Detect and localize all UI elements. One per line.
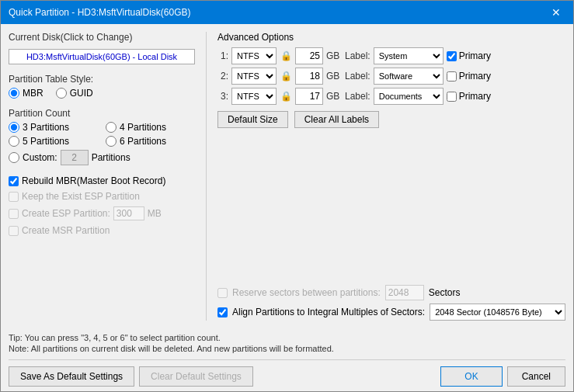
disk-selector-button[interactable]: HD3:MsftVirtualDisk(60GB) - Local Disk <box>9 49 195 64</box>
create-msr-label: Create MSR Partition <box>22 225 110 236</box>
5partitions-option[interactable]: 5 Partitions <box>9 136 98 147</box>
partition-3-primary-label: Primary <box>459 91 491 102</box>
partition-1-label-select[interactable]: System <box>374 47 444 64</box>
create-msr-checkbox[interactable]: Create MSR Partition <box>9 224 195 237</box>
partition-2-row: 2: NTFS 🔒 GB Label: Software Primary <box>217 68 565 85</box>
quick-partition-dialog: Quick Partition - HD3:MsftVirtualDisk(60… <box>0 0 574 392</box>
custom-label: Custom: <box>23 152 57 163</box>
partition-1-primary-label: Primary <box>459 50 491 61</box>
partition-count-label: Partition Count <box>9 108 195 119</box>
esp-unit: MB <box>148 208 162 219</box>
custom-suffix: Partitions <box>92 152 130 163</box>
partition-2-lock-icon: 🔒 <box>280 71 292 82</box>
partition-3-lock-icon: 🔒 <box>280 91 292 102</box>
partition-3-gb: GB <box>326 91 342 102</box>
bottom-section: Tip: You can press "3, 4, 5 or 6" to sel… <box>1 328 573 391</box>
partition-3-label-select[interactable]: Documents <box>374 88 444 105</box>
partition-3-fs-select[interactable]: NTFS <box>231 88 277 105</box>
dialog-title: Quick Partition - HD3:MsftVirtualDisk(60… <box>9 7 191 18</box>
reserve-checkbox[interactable] <box>217 288 228 298</box>
left-panel: Current Disk(Click to Change) HD3:MsftVi… <box>9 32 195 321</box>
title-bar: Quick Partition - HD3:MsftVirtualDisk(60… <box>1 1 573 24</box>
partition-2-fs-select[interactable]: NTFS <box>231 68 277 85</box>
save-default-button[interactable]: Save As Default Settings <box>9 366 134 387</box>
partition-table-label: Partition Table Style: <box>9 74 195 85</box>
dialog-body: Current Disk(Click to Change) HD3:MsftVi… <box>1 24 573 328</box>
close-button[interactable]: ✕ <box>547 5 565 19</box>
partition-1-label-text: Label: <box>345 50 370 61</box>
6partitions-option[interactable]: 6 Partitions <box>106 136 195 147</box>
partition-2-label-select[interactable]: Software <box>374 68 444 85</box>
right-inner: Advanced Options 1: NTFS 🔒 GB Label: Sys… <box>217 32 565 321</box>
current-disk-label: Current Disk(Click to Change) <box>9 32 195 43</box>
align-select[interactable]: 2048 Sector (1048576 Byte) <box>430 304 565 321</box>
mbr-label: MBR <box>23 88 43 99</box>
rebuild-mbr-checkbox[interactable]: Rebuild MBR(Master Boot Record) <box>9 175 195 187</box>
reserve-input[interactable] <box>385 285 424 300</box>
partition-1-row: 1: NTFS 🔒 GB Label: System Primary <box>217 47 565 64</box>
create-esp-label: Create ESP Partition: <box>22 208 110 219</box>
reserve-row: Reserve sectors between partitions: Sect… <box>217 282 565 300</box>
partition-2-label-text: Label: <box>345 71 370 82</box>
3partitions-option[interactable]: 3 Partitions <box>9 122 98 133</box>
custom-row: Custom: 2 Partitions <box>9 150 195 165</box>
create-esp-row: Create ESP Partition: MB <box>9 206 195 221</box>
create-esp-input[interactable] <box>113 206 144 220</box>
guid-option[interactable]: GUID <box>56 88 93 99</box>
align-row: Align Partitions to Integral Multiples o… <box>217 304 565 321</box>
tip-1: Tip: You can press "3, 4, 5 or 6" to sel… <box>9 333 565 342</box>
guid-label: GUID <box>70 88 93 99</box>
partition-1-lock-icon: 🔒 <box>280 50 292 61</box>
default-size-button[interactable]: Default Size <box>217 111 288 128</box>
partition-2-primary[interactable]: Primary <box>447 71 491 82</box>
custom-option[interactable]: Custom: <box>9 152 57 163</box>
partition-1-gb: GB <box>326 50 342 61</box>
right-panel: Advanced Options 1: NTFS 🔒 GB Label: Sys… <box>217 32 565 321</box>
partition-2-primary-label: Primary <box>459 71 491 82</box>
partition-2-num: 2: <box>217 71 228 82</box>
partition-2-gb: GB <box>326 71 342 82</box>
custom-value: 2 <box>61 150 89 165</box>
4partitions-option[interactable]: 4 Partitions <box>106 122 195 133</box>
keep-esp-checkbox[interactable]: Keep the Exist ESP Partition <box>9 190 195 203</box>
partition-3-size-input[interactable] <box>295 88 323 105</box>
partition-3-row: 3: NTFS 🔒 GB Label: Documents Primary <box>217 88 565 105</box>
partition-count-group: 3 Partitions 4 Partitions 5 Partitions 6… <box>9 122 195 165</box>
rebuild-mbr-label: Rebuild MBR(Master Boot Record) <box>22 175 165 186</box>
partition-1-num: 1: <box>217 50 228 61</box>
5partitions-label: 5 Partitions <box>23 136 69 147</box>
reserve-unit: Sectors <box>429 287 461 298</box>
3partitions-label: 3 Partitions <box>23 122 69 133</box>
panel-divider <box>206 32 207 321</box>
keep-esp-label: Keep the Exist ESP Partition <box>22 191 140 202</box>
bottom-buttons: Save As Default Settings Clear Default S… <box>9 359 565 387</box>
right-spacer <box>217 128 565 282</box>
tip-2: Note: All partitions on current disk wil… <box>9 344 565 353</box>
advanced-options-title: Advanced Options <box>217 32 565 43</box>
align-checkbox[interactable] <box>217 307 228 317</box>
partition-3-label-text: Label: <box>345 91 370 102</box>
mbr-option[interactable]: MBR <box>9 88 43 99</box>
partition-btn-row: Default Size Clear All Labels <box>217 111 565 128</box>
6partitions-label: 6 Partitions <box>120 136 166 147</box>
partition-1-size-input[interactable] <box>295 47 323 64</box>
4partitions-label: 4 Partitions <box>120 122 166 133</box>
table-style-group: MBR GUID <box>9 88 195 99</box>
align-label: Align Partitions to Integral Multiples o… <box>232 307 425 317</box>
partition-3-num: 3: <box>217 91 228 102</box>
cancel-button[interactable]: Cancel <box>507 366 565 387</box>
clear-default-button[interactable]: Clear Default Settings <box>139 366 253 387</box>
partition-1-fs-select[interactable]: NTFS <box>231 47 277 64</box>
partition-2-size-input[interactable] <box>295 68 323 85</box>
ok-button[interactable]: OK <box>440 366 502 387</box>
clear-all-labels-button[interactable]: Clear All Labels <box>294 111 379 128</box>
partition-3-primary[interactable]: Primary <box>447 91 491 102</box>
create-esp-checkbox[interactable] <box>9 209 19 219</box>
reserve-label: Reserve sectors between partitions: <box>232 287 381 298</box>
partition-1-primary[interactable]: Primary <box>447 50 491 61</box>
